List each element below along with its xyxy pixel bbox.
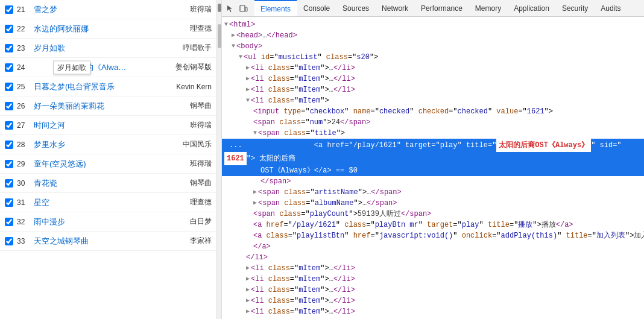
item-title[interactable]: 时间之河 [34, 120, 185, 131]
expand-arrow[interactable]: ▶ [232, 30, 235, 41]
tab-elements[interactable]: Elements [254, 0, 297, 16]
code-line[interactable]: ▶ <li class="mItem">…</li> [222, 63, 644, 74]
item-checkbox[interactable] [5, 198, 13, 207]
item-checkbox[interactable] [5, 102, 13, 110]
item-title[interactable]: 水边的阿狄丽娜 [34, 24, 185, 34]
expand-arrow[interactable]: ▶ [246, 306, 250, 317]
expand-arrow[interactable]: ▶ [246, 295, 250, 306]
code-line[interactable]: ▶ <span class="artistName">…</span> [222, 187, 644, 198]
tab-audits[interactable]: Audits [595, 0, 627, 16]
expand-arrow[interactable]: ▼ [224, 19, 228, 30]
list-item: 25 日暮之梦(电台背景音乐 Kevin Kern [0, 77, 216, 96]
code-line[interactable]: ▶ <li class="mItem">…</li> [222, 274, 644, 285]
item-number: 26 [17, 102, 34, 110]
code-line[interactable]: <span class="num">24</span> [222, 117, 644, 128]
expand-arrow[interactable]: ▼ [232, 41, 235, 52]
scrollbar[interactable] [217, 0, 222, 319]
expand-arrow[interactable]: ▶ [246, 84, 250, 95]
item-checkbox[interactable] [5, 44, 13, 52]
item-checkbox[interactable] [5, 25, 13, 33]
list-item: 22 水边的阿狄丽娜 理查德 [0, 19, 216, 39]
code-line[interactable]: <a href="/play/1621" class="playBtn mr" … [222, 220, 644, 230]
code-line[interactable]: ▶ <li class="mItem">…</li> [222, 84, 644, 95]
expand-arrow[interactable]: ▶ [246, 285, 250, 295]
item-title[interactable]: 星空 [34, 197, 185, 208]
expand-arrow[interactable]: ▶ [246, 63, 250, 74]
code-line[interactable]: <a class="playlistBtn" href="javascript:… [222, 230, 644, 241]
tab-memory[interactable]: Memory [469, 0, 508, 16]
item-title[interactable]: 天空之城钢琴曲 [34, 236, 185, 247]
item-checkbox[interactable] [5, 218, 13, 226]
code-line[interactable]: ▼ <span class="title"> [222, 128, 644, 139]
cursor-icon[interactable] [224, 2, 236, 14]
item-number: 25 [17, 83, 34, 91]
expand-arrow[interactable]: ▶ [246, 74, 250, 84]
item-number: 27 [17, 121, 34, 130]
code-line[interactable]: ▼ <html> [222, 19, 644, 30]
tab-performance[interactable]: Performance [415, 0, 469, 16]
code-line[interactable]: <input type="checkbox" name="checked" ch… [222, 106, 644, 117]
item-title[interactable]: 青花瓷 [34, 178, 185, 189]
expand-arrow[interactable]: ▶ [253, 187, 257, 198]
code-line[interactable]: ▶ <span class="albumName">…</span> [222, 198, 644, 209]
code-line[interactable]: <span class="playCount">59139人听过</span> [222, 209, 644, 220]
highlight-title: 太阳的后裔OST《Always》 [496, 139, 591, 152]
item-checkbox[interactable] [5, 141, 13, 149]
list-item: 32 雨中漫步 白日梦 [0, 212, 216, 232]
item-title[interactable]: 雪之梦 [34, 4, 185, 15]
selected-code-line-2[interactable]: OST《Always》</a> == $0 [222, 165, 644, 176]
code-line[interactable]: ▶ <li class="mItem">…</li> [222, 285, 644, 295]
expand-arrow[interactable]: ▶ [246, 274, 250, 285]
tab-application[interactable]: Application [508, 0, 556, 16]
code-line[interactable]: ▶ <li class="mItem">…</li> [222, 74, 644, 84]
item-title[interactable]: 童年(空灵悠远) [34, 159, 185, 169]
item-title[interactable]: 岁月如歌 [34, 43, 178, 54]
tab-security[interactable]: Security [556, 0, 595, 16]
elements-panel[interactable]: ▼ <html> ▶ <head>…</head> ▼ <body> ▼ <ul… [222, 17, 644, 319]
devtools-panel: Elements Console Sources Network Perform… [222, 0, 644, 319]
devtools-toolbar: Elements Console Sources Network Perform… [222, 0, 644, 17]
item-number: 32 [17, 218, 34, 226]
item-artist: Kevin Kern [176, 83, 212, 91]
list-item: 27 时间之河 班得瑞 [0, 116, 216, 135]
item-checkbox[interactable] [5, 179, 13, 188]
code-line[interactable]: ▼ <ul id="musicList" class="s20"> [222, 52, 644, 63]
expand-arrow[interactable]: ▶ [246, 263, 250, 274]
code-line[interactable]: ▶ <li class="mItem">…</li> [222, 306, 644, 317]
code-line[interactable]: </li> [222, 252, 644, 263]
item-artist: 钢琴曲 [190, 178, 212, 188]
item-checkbox[interactable] [5, 121, 13, 130]
expand-arrow[interactable]: ▼ [239, 52, 242, 63]
code-line[interactable]: </span> [222, 176, 644, 187]
code-line[interactable]: ▶ <head>…</head> [222, 30, 644, 41]
item-checkbox[interactable] [5, 63, 13, 72]
code-line[interactable]: ▶ <li class="mItem">…</li> [222, 263, 644, 274]
list-item: 26 好一朵美丽的茉莉花 钢琴曲 [0, 96, 216, 116]
device-icon[interactable] [238, 2, 250, 14]
tab-sources[interactable]: Sources [336, 0, 376, 16]
expand-arrow[interactable]: ▶ [253, 198, 257, 209]
item-checkbox[interactable] [5, 160, 13, 168]
item-checkbox[interactable] [5, 237, 13, 245]
expand-arrow[interactable]: ▼ [246, 95, 250, 106]
item-title[interactable]: 梦里水乡 [34, 139, 178, 150]
code-line[interactable]: ▼ <body> [222, 41, 644, 52]
tab-network[interactable]: Network [376, 0, 415, 16]
tab-console[interactable]: Console [297, 0, 336, 16]
code-line[interactable]: </a> [222, 241, 644, 252]
list-item: 29 童年(空灵悠远) 班得瑞 [0, 154, 216, 174]
selected-code-line[interactable]: ... <a href="/play/1621" target="play" t… [222, 139, 644, 165]
code-line[interactable]: ▶ <li class="mItem">…</li> [222, 295, 644, 306]
item-number: 21 [17, 5, 34, 14]
code-line[interactable]: ▼ <li class="mItem"> [222, 95, 644, 106]
scroll-thumb[interactable] [218, 24, 221, 48]
item-number: 31 [17, 198, 34, 207]
expand-arrow[interactable]: ▼ [253, 128, 257, 139]
item-checkbox[interactable] [5, 83, 13, 91]
item-title[interactable]: 日暮之梦(电台背景音乐 [34, 81, 171, 92]
item-title[interactable]: 好一朵美丽的茉莉花 [34, 101, 185, 112]
devtools-tabs: Elements Console Sources Network Perform… [254, 0, 628, 16]
item-artist: 哼唱歌手 [183, 43, 212, 53]
item-checkbox[interactable] [5, 5, 13, 14]
item-title[interactable]: 雨中漫步 [34, 216, 185, 227]
